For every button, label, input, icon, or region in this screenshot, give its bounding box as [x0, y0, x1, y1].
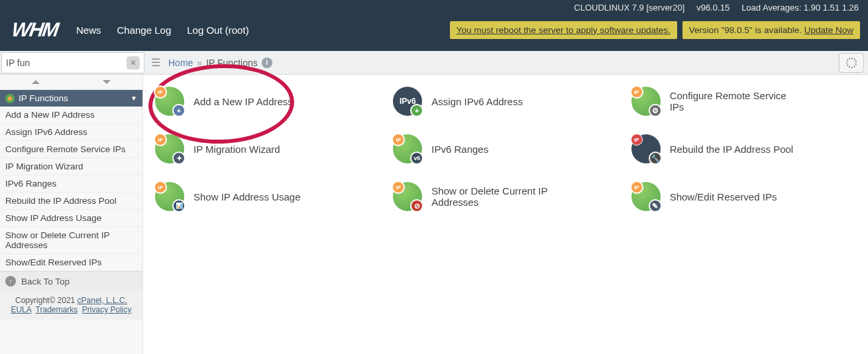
tile-rebuild-pool[interactable]: IP 🔧 Rebuild the IP Address Pool: [631, 134, 863, 163]
tile-configure-remote[interactable]: IP ⚙ Configure Remote Service IPs: [631, 87, 863, 116]
search-input[interactable]: [6, 58, 127, 68]
sidebar-collapse-icon[interactable]: ☰: [148, 56, 163, 70]
show-delete-icon: IP ⊘: [393, 182, 422, 211]
sidebar-category-label: IP Functions: [19, 93, 68, 103]
sidebar-item-show-delete[interactable]: Show or Delete Current IP Addresses: [0, 227, 142, 254]
breadcrumb: Home » IP Functions i: [163, 58, 839, 68]
nav-news[interactable]: News: [76, 24, 101, 36]
tile-ip-migration[interactable]: IP ✦ IP Migration Wizard: [155, 134, 386, 163]
update-alert-prefix: Version "98.0.5" is available.: [689, 25, 804, 35]
update-alert[interactable]: Version "98.0.5" is available. Update No…: [682, 21, 860, 39]
forbidden-icon: ⊘: [410, 199, 423, 212]
migration-icon: IP ✦: [155, 134, 184, 163]
plus-icon: +: [172, 104, 186, 117]
search-box: ✕: [1, 52, 144, 73]
sidebar-item-configure-remote[interactable]: Configure Remote Service IPs: [0, 141, 142, 158]
info-icon[interactable]: i: [262, 58, 272, 68]
ip-functions-category-icon: [5, 94, 15, 103]
wrench-icon: 🔧: [649, 152, 662, 165]
add-ip-icon: IP +: [155, 87, 184, 116]
tile-ipv6-ranges[interactable]: IP v6 IPv6 Ranges: [393, 134, 624, 163]
version-label: v96.0.15: [696, 3, 730, 13]
reserved-ips-icon: IP ✎: [631, 182, 661, 211]
show-usage-icon: IP 📊: [155, 182, 184, 211]
sidebar-footer: Copyright© 2021 cPanel, L.L.C. EULA Trad…: [0, 290, 142, 320]
sidebar-item-show-usage[interactable]: Show IP Address Usage: [0, 210, 142, 227]
ip-badge-icon: IP: [154, 86, 166, 98]
help-button[interactable]: [839, 53, 864, 73]
clear-search-button[interactable]: ✕: [127, 56, 140, 69]
sidebar-item-assign-ipv6[interactable]: Assign IPv6 Address: [0, 124, 142, 141]
up-arrow-icon: ↑: [5, 276, 16, 287]
sidebar-expand-controls: [0, 75, 142, 90]
breadcrumb-current: IP Functions: [206, 58, 258, 68]
trademarks-link[interactable]: Trademarks: [36, 305, 78, 314]
tile-label: Rebuild the IP Address Pool: [670, 144, 794, 155]
nav-changelog[interactable]: Change Log: [117, 24, 172, 36]
sidebar-item-rebuild-pool[interactable]: Rebuild the IP Address Pool: [0, 193, 142, 210]
gear-icon: ⚙: [649, 104, 662, 117]
chevron-down-icon: ▼: [131, 95, 137, 102]
top-nav: News Change Log Log Out (root): [76, 24, 249, 36]
ipv6-ranges-icon: IP v6: [393, 134, 422, 163]
tile-label: Show IP Address Usage: [193, 191, 300, 202]
reboot-alert[interactable]: You must reboot the server to apply soft…: [450, 21, 677, 39]
back-to-top-button[interactable]: ↑ Back To Top: [0, 271, 142, 290]
tile-label: Show/Edit Reserved IPs: [670, 191, 777, 202]
sidebar-item-ipv6-ranges[interactable]: IPv6 Ranges: [0, 175, 142, 193]
sidebar-item-reserved-ips[interactable]: Show/Edit Reserved IPs: [0, 254, 142, 271]
os-label: CLOUDLINUX 7.9 [server20]: [574, 3, 684, 13]
tile-assign-ipv6[interactable]: IPv6 + Assign IPv6 Address: [393, 87, 624, 116]
plus-icon: +: [410, 104, 423, 117]
collapse-all-button[interactable]: [0, 75, 72, 89]
eula-link[interactable]: EULA: [11, 305, 31, 314]
expand-all-button[interactable]: [72, 75, 143, 89]
back-to-top-label: Back To Top: [21, 277, 70, 287]
tile-label: Show or Delete Current IP Addresses: [431, 185, 564, 208]
breadcrumb-home[interactable]: Home: [168, 58, 193, 68]
privacy-link[interactable]: Privacy Policy: [82, 305, 132, 314]
breadcrumb-sep: »: [197, 58, 202, 68]
ip-badge-icon: IP: [392, 134, 404, 146]
pencil-icon: ✎: [649, 199, 662, 212]
sidebar-item-add-ip[interactable]: Add a New IP Address: [0, 107, 142, 124]
ip-badge-icon: IP: [631, 134, 643, 146]
tile-label: Assign IPv6 Address: [431, 96, 523, 107]
tile-reserved-ips[interactable]: IP ✎ Show/Edit Reserved IPs: [631, 182, 863, 211]
tile-label: Configure Remote Service IPs: [670, 90, 802, 112]
ip-badge-icon: IP: [631, 86, 643, 98]
load-averages: Load Averages: 1.90 1.51 1.26: [741, 3, 859, 13]
copyright-text: Copyright© 2021: [15, 296, 78, 305]
sidebar-category-header[interactable]: IP Functions ▼: [0, 90, 142, 107]
tile-label: IP Migration Wizard: [193, 144, 280, 155]
tile-show-usage[interactable]: IP 📊 Show IP Address Usage: [155, 182, 386, 211]
sidebar-item-ip-migration[interactable]: IP Migration Wizard: [0, 158, 142, 175]
ip-badge-icon: IP: [392, 181, 404, 193]
tile-label: IPv6 Ranges: [431, 144, 488, 155]
main-content: IP + Add a New IP Address IPv6 + Assign …: [143, 75, 868, 354]
rebuild-pool-icon: IP 🔧: [631, 134, 661, 163]
configure-remote-icon: IP ⚙: [631, 87, 661, 116]
ip-badge-icon: IP: [154, 181, 166, 193]
tile-show-delete[interactable]: IP ⊘ Show or Delete Current IP Addresses: [393, 182, 624, 211]
search-breadcrumb-row: ✕ ☰ Home » IP Functions i: [0, 51, 868, 75]
update-now-link[interactable]: Update Now: [804, 25, 853, 35]
ip-badge-icon: IP: [154, 134, 166, 146]
ip-badge-icon: IP: [631, 181, 643, 193]
ipv6-icon: IPv6 +: [393, 87, 422, 116]
chart-icon: 📊: [172, 199, 186, 212]
reboot-alert-text: You must reboot the server to apply soft…: [457, 25, 671, 35]
status-row: CLOUDLINUX 7.9 [server20] v96.0.15 Load …: [0, 0, 868, 13]
tile-add-ip[interactable]: IP + Add a New IP Address: [155, 87, 386, 116]
help-icon: [846, 58, 857, 68]
wizard-icon: ✦: [172, 152, 186, 165]
tile-grid: IP + Add a New IP Address IPv6 + Assign …: [155, 87, 863, 211]
v6-icon: v6: [410, 152, 423, 165]
tile-label: Add a New IP Address: [193, 96, 293, 107]
whm-logo[interactable]: WHM: [11, 19, 60, 41]
top-header: CLOUDLINUX 7.9 [server20] v96.0.15 Load …: [0, 0, 868, 51]
nav-logout[interactable]: Log Out (root): [187, 24, 248, 36]
cpanel-link[interactable]: cPanel, L.L.C.: [78, 296, 127, 305]
sidebar: IP Functions ▼ Add a New IP Address Assi…: [0, 75, 143, 354]
